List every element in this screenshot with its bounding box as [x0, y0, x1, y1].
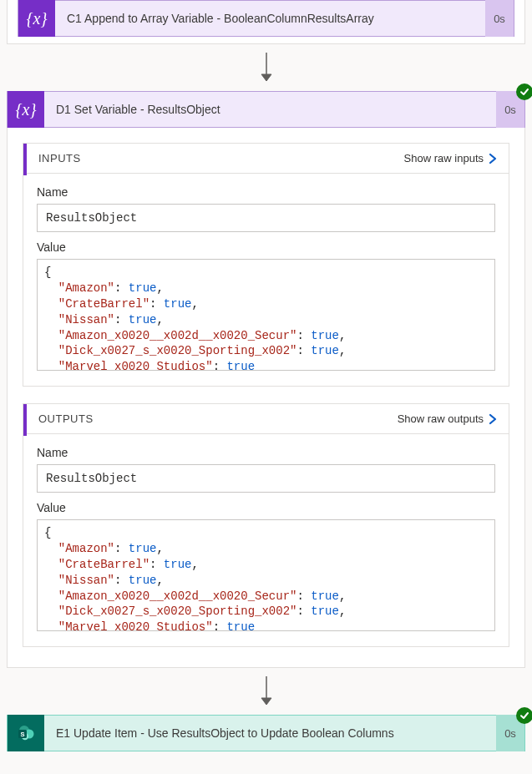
sharepoint-icon: S — [8, 715, 44, 751]
action-title: D1 Set Variable - ResultsObject — [44, 103, 496, 116]
chevron-right-icon — [489, 413, 497, 425]
svg-text:S: S — [20, 731, 24, 738]
success-check-icon — [516, 83, 532, 100]
name-label: Name — [37, 446, 495, 459]
show-raw-inputs-link[interactable]: Show raw inputs — [404, 152, 497, 164]
name-label: Name — [37, 185, 495, 199]
inputs-panel: INPUTS Show raw inputs Name Value { "Ama… — [23, 143, 509, 387]
value-label: Value — [37, 240, 495, 254]
action-duration: 0s — [485, 0, 514, 37]
show-raw-outputs-link[interactable]: Show raw outputs — [398, 412, 497, 425]
outputs-panel: OUTPUTS Show raw outputs Name Value { "A… — [23, 403, 509, 647]
chevron-right-icon — [489, 153, 497, 164]
outputs-heading: OUTPUTS — [38, 412, 94, 425]
action-title: C1 Append to Array Variable - BooleanCol… — [55, 12, 485, 25]
variable-icon: {x} — [8, 91, 44, 128]
inputs-heading: INPUTS — [38, 152, 81, 164]
success-check-icon — [516, 707, 532, 724]
action-card-c1[interactable]: {x} C1 Append to Array Variable - Boolea… — [18, 0, 514, 37]
inputs-value-code[interactable]: { "Amazon": true, "CrateBarrel": true, "… — [37, 259, 495, 371]
flow-arrow-icon — [7, 676, 525, 706]
action-card-d1: {x} D1 Set Variable - ResultsObject 0s I… — [7, 91, 525, 668]
flow-arrow-icon — [7, 53, 525, 83]
action-header-d1[interactable]: {x} D1 Set Variable - ResultsObject 0s — [7, 91, 525, 128]
value-label: Value — [37, 501, 495, 514]
outputs-value-code[interactable]: { "Amazon": true, "CrateBarrel": true, "… — [37, 519, 495, 631]
action-card-e1[interactable]: S E1 Update Item - Use ResultsObject to … — [7, 715, 525, 751]
action-title: E1 Update Item - Use ResultsObject to Up… — [44, 726, 496, 740]
inputs-name-field[interactable] — [37, 204, 495, 232]
variable-icon: {x} — [18, 0, 55, 37]
outputs-name-field[interactable] — [37, 464, 495, 493]
